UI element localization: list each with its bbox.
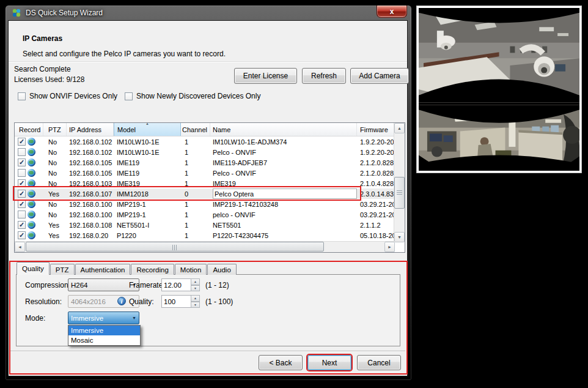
network-camera-icon (28, 221, 35, 229)
table-row[interactable]: ✓ Yes 192.168.0.108 NET5501-I 1 NET5501 … (15, 220, 405, 230)
network-camera-icon (28, 190, 35, 198)
record-checkbox[interactable]: ✓ (18, 179, 26, 187)
tab-audio[interactable]: Audio (207, 264, 236, 275)
table-row[interactable]: ✓ No 192.168.0.103 IME319 1 IME319 2.1.0… (15, 178, 405, 188)
tab-recording[interactable]: Recording (131, 264, 174, 275)
window-title: DS Quick Setup Wizard (26, 9, 103, 17)
scroll-left-button[interactable]: ◄ (15, 242, 25, 252)
show-onvif-checkbox-row: Show ONVIF Devices Only (18, 92, 117, 100)
dropdown-arrow-icon: ▼ (130, 316, 139, 320)
app-icon (12, 8, 21, 18)
table-row[interactable]: ✓ No 192.168.0.105 IME119 1 IME119-ADFJE… (15, 157, 405, 168)
mode-dropdown-list: Immersive Mosaic (68, 325, 141, 346)
table-row[interactable]: ✓ No 192.168.0.100 IMP219-1 1 IMP219-1-T… (15, 199, 405, 209)
network-camera-icon (28, 159, 35, 166)
close-button[interactable]: x (377, 6, 407, 18)
info-icon: i (117, 297, 126, 305)
column-record[interactable]: Record (15, 123, 43, 136)
camera-name-edit-field[interactable] (213, 188, 357, 199)
table-row[interactable]: No 192.168.0.100 IMP219-1 1 pelco - ONVI… (15, 209, 405, 220)
network-camera-icon (28, 179, 35, 187)
network-camera-icon (28, 148, 35, 156)
column-ip-address[interactable]: IP Address (67, 123, 114, 136)
add-camera-button[interactable]: Add Camera (350, 68, 409, 84)
footer-separator (10, 351, 405, 352)
tab-motion[interactable]: Motion (175, 264, 207, 275)
table-header: Record PTZ IP Address ▲ Model Channel Na… (15, 123, 405, 136)
scroll-down-button[interactable]: ▼ (394, 232, 405, 242)
tab-quality[interactable]: Quality (17, 262, 50, 275)
record-checkbox[interactable] (18, 211, 26, 218)
vertical-scroll-thumb[interactable] (394, 177, 405, 209)
record-checkbox[interactable] (18, 148, 26, 156)
mode-dropdown[interactable]: Immersive ▼ (68, 312, 139, 324)
next-button[interactable]: Next (307, 355, 351, 370)
network-camera-icon (28, 211, 35, 218)
network-camera-icon (28, 138, 35, 146)
show-onvif-checkbox[interactable] (18, 92, 26, 100)
camera-table: Record PTZ IP Address ▲ Model Channel Na… (14, 122, 405, 253)
spin-down-icon[interactable]: ▼ (191, 302, 200, 308)
search-status-text: Search Complete (14, 65, 71, 73)
camera-preview-image (419, 8, 579, 171)
network-camera-icon (28, 200, 35, 208)
show-new-devices-checkbox-row: Show Newly Discovered Devices Only (125, 92, 260, 100)
settings-tabstrip: Quality PTZ Authentication Recording Mot… (17, 263, 237, 275)
record-checkbox[interactable]: ✓ (18, 190, 26, 198)
table-row[interactable]: ✓ No 192.168.0.102 IM10LW10-1E 1 IM10LW1… (15, 136, 405, 147)
column-ptz[interactable]: PTZ (43, 123, 67, 136)
framerate-input[interactable] (161, 278, 191, 291)
refresh-button[interactable]: Refresh (302, 68, 346, 84)
vertical-scrollbar[interactable]: ▲ ▼ (394, 123, 405, 242)
record-checkbox[interactable]: ✓ (18, 138, 26, 146)
quality-spinner: ▲ ▼ (161, 295, 200, 308)
mode-label: Mode: (25, 314, 45, 323)
quality-range-label: (1 - 100) (205, 297, 233, 306)
horizontal-scroll-thumb[interactable] (26, 242, 324, 252)
dialog-client-area: IP Cameras Select and configure the Pelc… (8, 20, 408, 376)
record-checkbox[interactable]: ✓ (18, 200, 26, 208)
record-checkbox[interactable] (18, 169, 26, 177)
page-subtitle: Select and configure the Pelco IP camera… (23, 50, 226, 58)
wizard-window: DS Quick Setup Wizard x IP Cameras Selec… (5, 5, 412, 381)
table-row[interactable]: ✓ Yes 192.168.0.20 P1220 1 P1220-T423044… (15, 230, 405, 241)
framerate-range-label: (1 - 12) (205, 281, 229, 289)
scroll-right-button[interactable]: ► (384, 242, 395, 252)
show-new-devices-checkbox[interactable] (125, 92, 133, 100)
mode-option-mosaic[interactable]: Mosaic (68, 335, 140, 345)
camera-preview-frame (416, 6, 582, 173)
show-new-devices-label: Show Newly Discovered Devices Only (136, 92, 260, 100)
mode-option-immersive[interactable]: Immersive (68, 326, 140, 335)
framerate-label: Framerate: (129, 281, 165, 289)
quality-input[interactable] (161, 295, 191, 308)
framerate-spinner: ▲ ▼ (161, 278, 200, 291)
titlebar[interactable]: DS Quick Setup Wizard x (6, 6, 411, 20)
column-model[interactable]: ▲ Model (114, 123, 181, 136)
column-firmware[interactable]: Firmware (357, 123, 395, 136)
show-onvif-label: Show ONVIF Devices Only (29, 92, 117, 100)
spin-up-icon[interactable]: ▲ (191, 295, 200, 302)
table-row-selected[interactable]: ✓ Yes 192.168.0.107 IMM12018 0 2.3.0.14.… (15, 188, 405, 199)
licenses-used-text: Licenses Used: 9/128 (14, 75, 84, 84)
record-checkbox[interactable]: ✓ (18, 159, 26, 166)
table-row[interactable]: No 192.168.0.102 IM10LW10-1E 1 Pelco - O… (15, 147, 405, 157)
record-checkbox[interactable]: ✓ (18, 231, 26, 239)
enter-license-button[interactable]: Enter License (234, 68, 297, 84)
column-name[interactable]: Name (210, 123, 357, 136)
spin-down-icon[interactable]: ▼ (191, 285, 200, 292)
cancel-button[interactable]: Cancel (357, 355, 401, 370)
tab-authentication[interactable]: Authentication (75, 264, 131, 275)
record-checkbox[interactable]: ✓ (18, 221, 26, 229)
back-button[interactable]: < Back (259, 355, 303, 370)
resolution-label: Resolution: (25, 297, 62, 306)
horizontal-scrollbar[interactable]: ◄ ► (15, 241, 395, 252)
spin-up-icon[interactable]: ▲ (191, 278, 200, 285)
tab-ptz[interactable]: PTZ (50, 264, 75, 275)
sort-asc-icon: ▲ (145, 122, 149, 125)
network-camera-icon (28, 231, 35, 239)
scroll-up-button[interactable]: ▲ (394, 123, 405, 133)
table-row[interactable]: No 192.168.0.105 IME119 1 Pelco - ONVIF … (15, 168, 405, 178)
column-channel[interactable]: Channel (181, 123, 210, 136)
quality-label: Quality: (129, 297, 154, 306)
compression-label: Compression: (25, 281, 70, 289)
